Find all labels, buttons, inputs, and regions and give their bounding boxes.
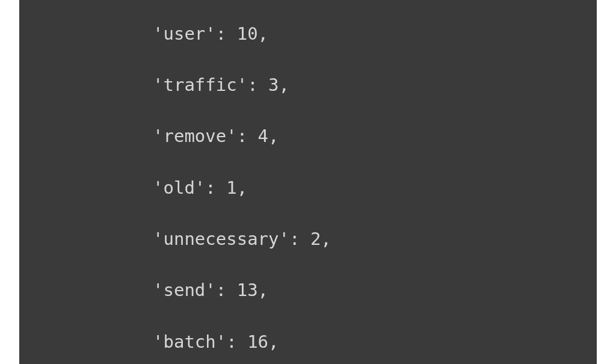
- code-line: 'traffic': 3,: [153, 72, 597, 98]
- code-line: 'batch': 16,: [153, 329, 597, 355]
- code-line: 'unnecessary': 2,: [153, 226, 597, 252]
- terminal-output: 'user': 10, 'traffic': 3, 'remove': 4, '…: [19, 0, 597, 364]
- code-line: 'user': 10,: [153, 21, 597, 47]
- code-line: 'remove': 4,: [153, 123, 597, 149]
- code-line: 'old': 1,: [153, 175, 597, 201]
- code-line: 'send': 13,: [153, 277, 597, 303]
